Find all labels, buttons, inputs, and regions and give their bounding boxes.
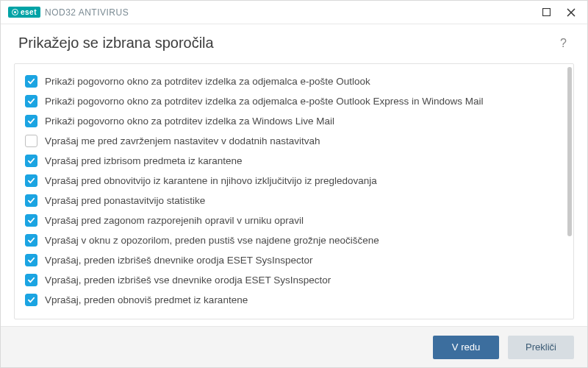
checkbox[interactable] bbox=[25, 254, 37, 266]
cancel-button[interactable]: Prekliči bbox=[508, 336, 574, 359]
close-icon[interactable] bbox=[565, 7, 577, 18]
list-item: Vprašaj pred ponastavitvijo statistike bbox=[24, 191, 559, 210]
checkbox[interactable] bbox=[25, 194, 37, 207]
list-item-label: Vprašaj pred ponastavitvijo statistike bbox=[45, 195, 205, 206]
checkbox[interactable] bbox=[25, 135, 37, 147]
checkbox[interactable] bbox=[25, 274, 37, 286]
list-item: Vprašaj v oknu z opozorilom, preden pust… bbox=[24, 230, 559, 250]
brand-eset-text: eset bbox=[21, 8, 37, 16]
brand: eset NOD32 ANTIVIRUS bbox=[8, 7, 129, 18]
window-controls bbox=[540, 7, 581, 18]
list-item-label: Prikaži pogovorno okno za potrditev izde… bbox=[45, 76, 370, 87]
checkbox[interactable] bbox=[25, 294, 37, 306]
list-item: Vprašaj pred obnovitvijo iz karantene in… bbox=[24, 171, 559, 191]
ok-button[interactable]: V redu bbox=[433, 336, 499, 359]
scrollbar-thumb[interactable] bbox=[567, 67, 572, 236]
checkbox[interactable] bbox=[25, 155, 37, 167]
list-item: Vprašaj pred zagonom razporejenih opravi… bbox=[24, 210, 559, 230]
list-item-label: Vprašaj v oknu z opozorilom, preden pust… bbox=[45, 235, 379, 246]
list-item: Prikaži pogovorno okno za potrditev izde… bbox=[24, 91, 559, 111]
brand-logo-icon bbox=[12, 9, 18, 15]
list-item: Vprašaj me pred zavrženjem nastavitev v … bbox=[24, 131, 559, 151]
list-item-label: Prikaži pogovorno okno za potrditev izde… bbox=[45, 116, 334, 127]
options-list-viewport: Prikaži pogovorno okno za potrditev izde… bbox=[15, 64, 566, 319]
checkbox[interactable] bbox=[25, 75, 37, 88]
brand-product-text: NOD32 ANTIVIRUS bbox=[45, 7, 129, 18]
list-item-label: Vprašaj pred izbrisom predmeta iz karant… bbox=[45, 155, 243, 166]
list-item: Vprašaj, preden izbrišeš dnevnike orodja… bbox=[24, 250, 559, 270]
dialog-footer: V redu Prekliči bbox=[1, 326, 587, 367]
brand-logo: eset bbox=[8, 7, 40, 18]
checkbox[interactable] bbox=[25, 234, 37, 247]
svg-rect-0 bbox=[542, 9, 550, 16]
list-item-label: Vprašaj, preden obnoviš predmet iz karan… bbox=[45, 294, 248, 305]
list-item: Vprašaj, preden obnoviš predmet iz karan… bbox=[24, 290, 559, 310]
checkbox[interactable] bbox=[25, 174, 37, 187]
list-item-label: Vprašaj pred obnovitvijo iz karantene in… bbox=[45, 175, 377, 186]
list-item: Vprašaj pred izbrisom predmeta iz karant… bbox=[24, 151, 559, 171]
list-item: Prikaži pogovorno okno za potrditev izde… bbox=[24, 111, 559, 131]
list-item: Prikaži pogovorno okno za potrditev izde… bbox=[24, 71, 559, 91]
help-icon[interactable]: ? bbox=[557, 37, 570, 50]
scrollbar[interactable] bbox=[567, 67, 572, 316]
list-item-label: Vprašaj pred zagonom razporejenih opravi… bbox=[45, 215, 304, 226]
list-item-label: Vprašaj, preden izbrišeš dnevnike orodja… bbox=[45, 255, 312, 266]
page-title: Prikažejo se izbrana sporočila bbox=[18, 35, 214, 52]
checkbox[interactable] bbox=[25, 214, 37, 227]
checkbox[interactable] bbox=[25, 115, 37, 127]
options-list: Prikaži pogovorno okno za potrditev izde… bbox=[14, 63, 574, 319]
list-item-label: Prikaži pogovorno okno za potrditev izde… bbox=[45, 96, 484, 107]
list-item-label: Vprašaj, preden izbrišeš vse dnevnike or… bbox=[45, 275, 331, 286]
titlebar: eset NOD32 ANTIVIRUS bbox=[1, 1, 587, 24]
checkbox[interactable] bbox=[25, 95, 37, 107]
dialog-header: Prikažejo se izbrana sporočila ? bbox=[1, 24, 587, 59]
maximize-icon[interactable] bbox=[540, 7, 552, 18]
list-item: Vprašaj, preden izbrišeš vse dnevnike or… bbox=[24, 270, 559, 290]
list-item-label: Vprašaj me pred zavrženjem nastavitev v … bbox=[45, 135, 320, 146]
